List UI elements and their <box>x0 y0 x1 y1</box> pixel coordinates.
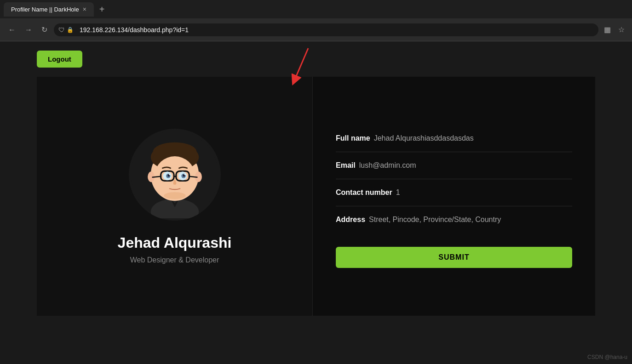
profile-right-panel: Full name Jehad Alqurashiasddasdasdas Em… <box>313 77 595 316</box>
tab-close-button[interactable]: × <box>83 6 86 12</box>
svg-point-25 <box>164 192 186 199</box>
address-value: Street, Pincode, Province/State, Country <box>369 216 501 224</box>
contact-value: 1 <box>396 188 400 197</box>
email-value: lush@admin.com <box>359 161 416 170</box>
bookmark-button[interactable]: ☆ <box>616 23 626 36</box>
address-label: Address <box>336 216 365 224</box>
avatar <box>129 129 221 221</box>
new-tab-button[interactable]: + <box>96 2 109 17</box>
contact-label: Contact number <box>336 188 392 197</box>
nav-right-icons: ▦ ☆ <box>602 23 626 36</box>
contact-row: Contact number 1 <box>336 179 572 206</box>
forward-button[interactable]: → <box>22 24 35 36</box>
svg-point-24 <box>184 174 185 175</box>
profile-container: Jehad Alqurashi Web Designer & Developer… <box>37 77 595 316</box>
tab-bar: Profiler Name || DarkHole × + <box>0 0 632 18</box>
fullname-row: Full name Jehad Alqurashiasddasdasdas <box>336 125 572 152</box>
watermark: CSDN @hana-u <box>587 354 627 360</box>
address-bar-wrapper: 🛡 🔒 <box>54 23 598 36</box>
nav-bar: ← → ↻ 🛡 🔒 ▦ ☆ <box>0 18 632 41</box>
shield-icon: 🛡 <box>58 26 65 34</box>
email-row: Email lush@admin.com <box>336 152 572 179</box>
back-button[interactable]: ← <box>6 24 18 36</box>
svg-point-23 <box>169 174 170 175</box>
fullname-label: Full name <box>336 134 370 142</box>
fullname-value: Jehad Alqurashiasddasdasdas <box>374 134 474 142</box>
profile-left-panel: Jehad Alqurashi Web Designer & Developer <box>37 77 313 316</box>
profile-name: Jehad Alqurashi <box>118 234 232 251</box>
address-row: Address Street, Pincode, Province/State,… <box>336 206 572 233</box>
reload-button[interactable]: ↻ <box>39 23 50 36</box>
logout-button[interactable]: Logout <box>37 51 82 68</box>
avatar-image <box>131 131 218 218</box>
active-tab[interactable]: Profiler Name || DarkHole × <box>4 2 94 17</box>
page-content: Logout <box>0 41 632 364</box>
profile-role: Web Designer & Developer <box>130 256 219 264</box>
tab-title: Profiler Name || DarkHole <box>11 6 79 13</box>
email-label: Email <box>336 161 356 170</box>
qr-button[interactable]: ▦ <box>602 23 613 36</box>
address-bar[interactable] <box>54 23 598 36</box>
submit-button[interactable]: SUBMIT <box>336 247 572 268</box>
browser-chrome: Profiler Name || DarkHole × + ← → ↻ 🛡 🔒 … <box>0 0 632 41</box>
lock-icon: 🔒 <box>67 27 74 33</box>
